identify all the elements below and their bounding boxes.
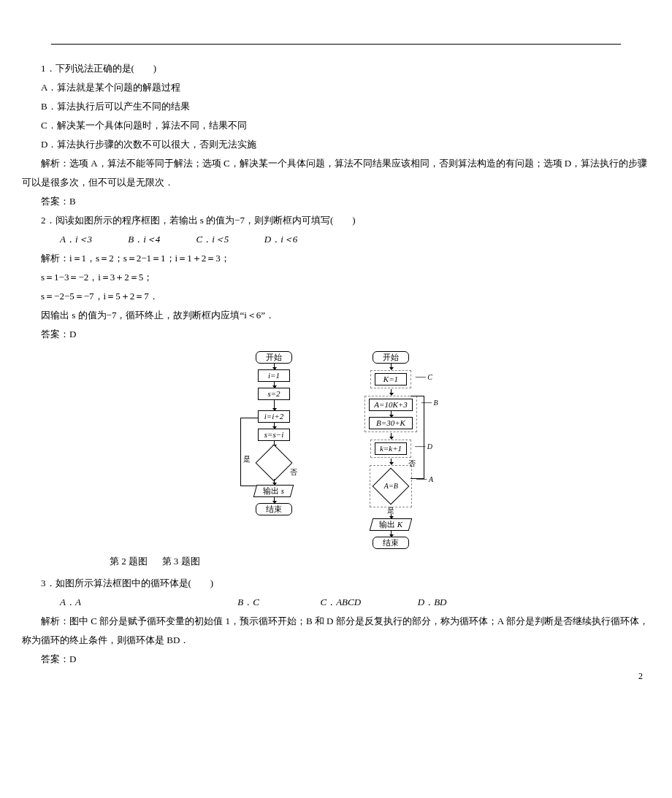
fc3-start: 开始 [373,351,409,364]
q3-options: A．A B．C C．ABCD D．BD [22,593,650,612]
figure-captions: 第 2 题图 第 3 题图 [22,552,650,571]
q2-analysis-2: s＝1−3＝−2，i＝3＋2＝5； [22,268,650,287]
fc2-decision [256,445,293,482]
fc3-A: A=10K+3 [369,399,412,411]
fc2-end: 结束 [256,503,292,515]
fc2-start: 开始 [256,351,292,364]
fc3-end: 结束 [373,537,409,549]
fig2-caption: 第 2 题图 [110,556,148,567]
q3-answer: 答案：D [22,650,650,669]
q3-option-a: A．A [41,593,216,612]
q1-option-d: D．算法执行步骤的次数不可以很大，否则无法实施 [22,135,650,154]
figures-row: 开始 i=1 s=2 i=i+2 s=s−i 是 否 输出 s 结束 开始 K=… [22,351,650,549]
q2-option-d: D．i＜6 [245,230,311,249]
q3-stem: 3．如图所示算法框图中的循环体是( ) [22,574,650,593]
q2-analysis-1: 解析：i＝1，s＝2；s＝2−1＝1；i＝1＋2＝3； [22,249,650,268]
q1-analysis: 解析：选项 A，算法不能等同于解法；选项 C，解决某一个具体问题，算法不同结果应… [22,154,650,192]
fc2-s2: s=2 [258,388,290,400]
q3-option-c: C．ABCD [302,593,397,612]
q2-options: A．i＜3 B．i＜4 C．i＜5 D．i＜6 [22,230,650,249]
q2-option-b: B．i＜4 [109,230,175,249]
q2-option-a: A．i＜3 [41,230,107,249]
flowchart-q2: 开始 i=1 s=2 i=i+2 s=s−i 是 否 输出 s 结束 [234,351,314,515]
q1-option-a: A．算法就是某个问题的解题过程 [22,78,650,97]
q3-option-b: B．C [218,593,299,612]
q3-option-d: D．BD [399,593,465,612]
q1-option-b: B．算法执行后可以产生不同的结果 [22,97,650,116]
flowchart-q3: 开始 K=1 ── C A=10K+3 B=30+K ── B k=k+1 ──… [343,351,438,549]
fc3-k1: K=1 [375,373,407,385]
fc3-decision: A=B [373,468,410,505]
fc2-i1: i=1 [258,369,290,382]
fc3-kinc: k=k+1 [375,442,407,455]
q2-stem: 2．阅读如图所示的程序框图，若输出 s 的值为−7，则判断框内可填写( ) [22,211,650,230]
fc3-B: B=30+K [369,417,412,429]
fc2-ssub: s=s−i [258,429,290,441]
q1-answer: 答案：B [22,192,650,211]
fc2-output: 输出 s [253,485,294,497]
fc2-iinc: i=i+2 [258,410,290,423]
q3-analysis: 解析：图中 C 部分是赋予循环变量的初始值 1，预示循环开始；B 和 D 部分是… [22,612,650,650]
q2-answer: 答案：D [22,325,650,344]
q1-option-c: C．解决某一个具体问题时，算法不同，结果不同 [22,116,650,135]
q2-analysis-3: s＝−2−5＝−7，i＝5＋2＝7． [22,287,650,306]
fc3-output: 输出 K [370,518,413,531]
q1-stem: 1．下列说法正确的是( ) [22,59,650,78]
page-top-rule [51,44,621,45]
page-number: 2 [638,667,643,685]
fig3-caption: 第 3 题图 [162,556,200,567]
q2-option-c: C．i＜5 [177,230,243,249]
q2-analysis-4: 因输出 s 的值为−7，循环终止，故判断框内应填“i＜6”． [22,306,650,325]
